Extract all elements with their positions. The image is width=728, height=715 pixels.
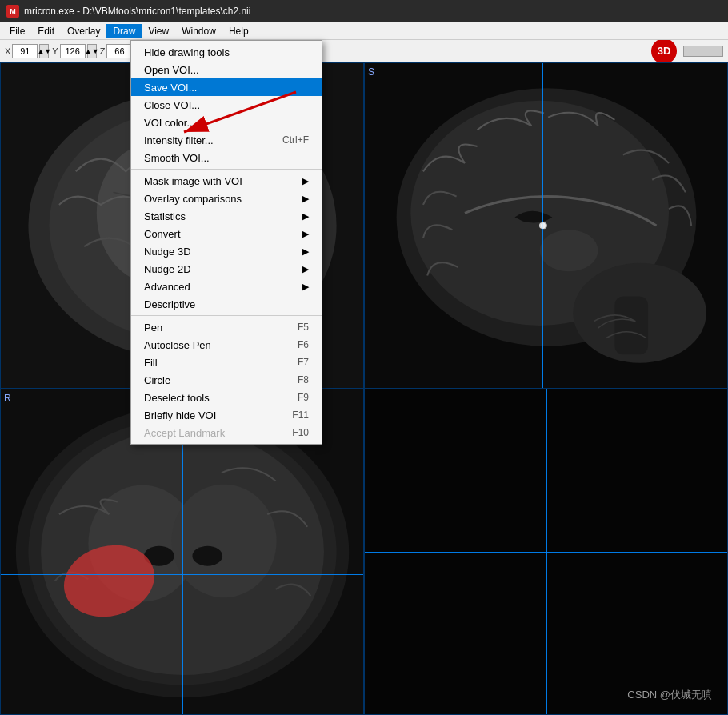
menu-help[interactable]: Help [222, 24, 255, 38]
svg-point-12 [540, 230, 598, 271]
menu-window[interactable]: Window [175, 24, 222, 38]
crosshair-vertical-br [546, 389, 547, 714]
menu-descriptive[interactable]: Descriptive [131, 295, 322, 313]
panel-label-r: R [4, 393, 11, 404]
crosshair-horizontal-tr [365, 226, 727, 226]
x-coord-control: X ▲▼ [5, 44, 49, 58]
y-spinner[interactable]: ▲▼ [87, 44, 97, 58]
panel-bottom-right[interactable] [364, 389, 728, 715]
menu-view[interactable]: View [142, 24, 175, 38]
y-label: Y [52, 46, 58, 56]
z-label: Z [100, 46, 106, 56]
z-input[interactable] [106, 44, 132, 58]
menu-edit[interactable]: Edit [31, 24, 61, 38]
svg-point-21 [193, 546, 222, 566]
x-input[interactable] [12, 44, 38, 58]
title-bar: M mricron.exe - D:\VBMtools\mricron1\tem… [0, 0, 728, 22]
x-label: X [5, 46, 10, 56]
toolbar: X ▲▼ Y ▲▼ Z ▲▼ rco20180920_ ◀ 3D [0, 40, 728, 62]
menu-bar: File Edit Overlay Draw View Window Help [0, 22, 728, 40]
menu-voi-color[interactable]: VOI color... [131, 114, 322, 131]
menu-autoclose-pen[interactable]: Autoclose Pen F6 [131, 336, 322, 354]
menu-convert[interactable]: Convert ▶ [131, 225, 322, 242]
menu-overlay-comparisons[interactable]: Overlay comparisons ▶ [131, 190, 322, 207]
menu-smooth-voi[interactable]: Smooth VOI... [131, 149, 322, 166]
x-spinner[interactable]: ▲▼ [39, 44, 49, 58]
separator-1 [131, 169, 322, 170]
menu-mask-image[interactable]: Mask image with VOI ▶ [131, 172, 322, 190]
menu-draw[interactable]: Draw [106, 24, 142, 38]
menu-pen[interactable]: Pen F5 [131, 318, 322, 336]
panel-top-right[interactable]: S [364, 62, 728, 389]
progress-bar [683, 46, 723, 57]
app-icon: M [6, 5, 19, 18]
y-input[interactable] [60, 44, 86, 58]
svg-rect-11 [614, 296, 648, 354]
menu-briefly-hide-voi[interactable]: Briefly hide VOI F11 [131, 406, 322, 424]
draw-menu: Hide drawing tools Open VOI... Save VOI.… [130, 40, 322, 445]
menu-nudge-3d[interactable]: Nudge 3D ▶ [131, 242, 322, 260]
watermark: CSDN @伏城无嗔 [627, 688, 712, 702]
menu-overlay[interactable]: Overlay [61, 24, 106, 38]
menu-nudge-2d[interactable]: Nudge 2D ▶ [131, 260, 322, 278]
menu-hide-drawing-tools[interactable]: Hide drawing tools [131, 43, 322, 61]
svg-point-19 [171, 485, 276, 598]
menu-fill[interactable]: Fill F7 [131, 354, 322, 371]
main-content: S R [0, 62, 728, 715]
separator-2 [131, 315, 322, 316]
menu-circle[interactable]: Circle F8 [131, 371, 322, 389]
menu-open-voi[interactable]: Open VOI... [131, 61, 322, 78]
menu-close-voi[interactable]: Close VOI... [131, 96, 322, 114]
menu-accept-landmark: Accept Landmark F10 [131, 424, 322, 441]
menu-statistics[interactable]: Statistics ▶ [131, 207, 322, 225]
menu-advanced[interactable]: Advanced ▶ [131, 278, 322, 295]
crosshair-center-tr [539, 222, 546, 229]
menu-intensity-filter[interactable]: Intensity filter... Ctrl+F [131, 131, 322, 149]
y-coord-control: Y ▲▼ [52, 44, 96, 58]
3d-button[interactable]: 3D [651, 38, 677, 64]
panel-label-s: S [368, 66, 374, 78]
menu-save-voi[interactable]: Save VOI... [131, 78, 322, 96]
menu-file[interactable]: File [3, 24, 31, 38]
title-text: mricron.exe - D:\VBMtools\mricron1\templ… [24, 6, 250, 17]
menu-deselect-tools[interactable]: Deselect tools F9 [131, 389, 322, 406]
